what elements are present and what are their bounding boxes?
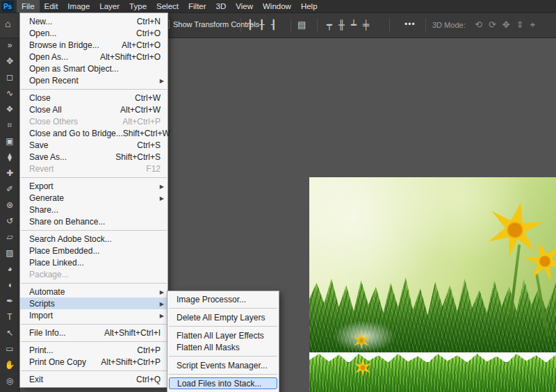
3d-pan-icon[interactable]: ✥ bbox=[502, 18, 510, 32]
menu-item-file-info[interactable]: File Info... Alt+Shift+Ctrl+I bbox=[20, 327, 167, 338]
menu-item-share[interactable]: Share... bbox=[20, 204, 167, 215]
3d-slide-icon[interactable]: ⇕ bbox=[516, 18, 524, 32]
menu-item-save-as[interactable]: Save As... Shift+Ctrl+S bbox=[20, 151, 167, 163]
3d-orbit-icon[interactable]: ⟲ bbox=[475, 18, 482, 32]
3d-zoom-icon[interactable]: ⌖ bbox=[530, 18, 535, 32]
menubar-item-layer[interactable]: Layer bbox=[95, 0, 124, 13]
expand-tools-icon[interactable]: » bbox=[0, 38, 19, 54]
zoom-tool-icon[interactable]: ◎ bbox=[0, 373, 19, 389]
3d-roll-icon[interactable]: ⟳ bbox=[489, 18, 496, 32]
move-tool-icon[interactable]: ✥ bbox=[0, 54, 19, 70]
menu-item-generate[interactable]: Generate ▶ bbox=[20, 192, 167, 204]
rectangle-tool-icon[interactable]: ▭ bbox=[0, 341, 19, 357]
menu-item-close-others[interactable]: Close Others Alt+Ctrl+P bbox=[20, 115, 167, 127]
menubar-item-type[interactable]: Type bbox=[124, 0, 152, 13]
daffodil-document-image[interactable] bbox=[309, 177, 556, 392]
menu-item-search-adobe-stock[interactable]: Search Adobe Stock... bbox=[20, 233, 167, 245]
menu-item-export[interactable]: Export ▶ bbox=[20, 180, 167, 192]
more-options-icon[interactable]: ••• bbox=[404, 19, 416, 29]
menu-item-place-linked[interactable]: Place Linked... bbox=[20, 256, 167, 268]
marquee-tool-icon[interactable]: ◻ bbox=[0, 70, 19, 85]
menu-item-revert[interactable]: Revert F12 bbox=[20, 163, 167, 174]
menu-item-package[interactable]: Package... bbox=[20, 268, 167, 280]
menu-item-print[interactable]: Print... Ctrl+P bbox=[20, 344, 167, 356]
hand-tool-icon[interactable]: ✋ bbox=[0, 357, 19, 373]
align-right-edges-icon[interactable]: ┨ bbox=[271, 18, 277, 32]
blur-tool-icon[interactable]: ◕ bbox=[0, 261, 19, 277]
menu-item-automate[interactable]: Automate ▶ bbox=[20, 286, 167, 297]
dodge-tool-icon[interactable]: ◖ bbox=[0, 277, 19, 293]
menu-item-label: Close All bbox=[29, 105, 62, 115]
eraser-tool-icon[interactable]: ▱ bbox=[0, 229, 19, 245]
align-bottom-edges-icon[interactable]: ┷ bbox=[351, 18, 357, 32]
align-left-edges-icon[interactable]: ┠ bbox=[247, 18, 253, 32]
align-vertical-centers-icon[interactable]: ╫ bbox=[338, 18, 345, 32]
align-horizontal-centers-icon[interactable]: ╂ bbox=[259, 18, 265, 32]
menu-item-share-on-behance[interactable]: Share on Behance... bbox=[20, 215, 167, 227]
distribute-horizontal-icon[interactable]: ╪ bbox=[363, 18, 369, 32]
submenu-item-load-multiple-dicom-files[interactable]: Load Multiple DICOM Files... bbox=[167, 389, 279, 392]
show-transform-controls[interactable]: Show Transform Controls bbox=[161, 20, 259, 28]
menubar-item-help[interactable]: Help bbox=[296, 0, 322, 13]
menu-item-place-embedded[interactable]: Place Embedded... bbox=[20, 245, 167, 256]
menu-item-exit[interactable]: Exit Ctrl+Q bbox=[20, 373, 167, 385]
submenu-item-flatten-all-masks[interactable]: Flatten All Masks bbox=[167, 341, 279, 353]
lasso-tool-icon[interactable]: ∿ bbox=[0, 85, 19, 101]
menu-item-close-and-go-to-bridge[interactable]: Close and Go to Bridge... Shift+Ctrl+W bbox=[20, 127, 167, 139]
clone-stamp-tool-icon[interactable]: ⊛ bbox=[0, 197, 19, 213]
submenu-arrow-icon: ▶ bbox=[160, 77, 164, 83]
menu-item-open-as[interactable]: Open As... Alt+Shift+Ctrl+O bbox=[20, 51, 167, 63]
menubar-item-edit[interactable]: Edit bbox=[40, 0, 63, 13]
menubar-item-view[interactable]: View bbox=[231, 0, 258, 13]
eyedropper-tool-icon[interactable]: ⧫ bbox=[0, 149, 19, 165]
menu-item-scripts[interactable]: Scripts ▶ bbox=[20, 297, 167, 309]
menu-item-label: Exit bbox=[29, 375, 43, 384]
distribute-icons-group: ┯╫┷╪ bbox=[327, 18, 369, 32]
menu-item-browse-in-bridge[interactable]: Browse in Bridge... Alt+Ctrl+O bbox=[20, 39, 167, 51]
menubar-item-label: 3D bbox=[216, 2, 227, 10]
menu-item-print-one-copy[interactable]: Print One Copy Alt+Shift+Ctrl+P bbox=[20, 356, 167, 368]
menu-item-shortcut: Ctrl+P bbox=[137, 345, 161, 355]
menu-item-label: Share... bbox=[29, 205, 58, 215]
menu-item-label: Save As... bbox=[29, 152, 67, 162]
menu-item-import[interactable]: Import ▶ bbox=[20, 309, 167, 321]
align-top-edges-icon[interactable]: ┯ bbox=[327, 18, 332, 32]
menubar-item-3d[interactable]: 3D bbox=[211, 0, 231, 13]
submenu-item-delete-all-empty-layers[interactable]: Delete All Empty Layers bbox=[167, 311, 279, 323]
menu-item-open-as-smart-object[interactable]: Open as Smart Object... bbox=[20, 63, 167, 74]
menu-item-shortcut: Ctrl+O bbox=[136, 28, 161, 38]
menu-item-new[interactable]: New... Ctrl+N bbox=[20, 15, 167, 27]
align-options-icon[interactable]: ▤ bbox=[297, 18, 306, 32]
type-tool-icon[interactable]: T bbox=[0, 309, 19, 325]
history-brush-tool-icon[interactable]: ↺ bbox=[0, 213, 19, 229]
menubar-item-file[interactable]: File bbox=[17, 0, 40, 13]
submenu-item-load-files-into-stack[interactable]: Load Files into Stack... bbox=[169, 377, 277, 389]
menubar-item-select[interactable]: Select bbox=[152, 0, 183, 13]
submenu-item-image-processor[interactable]: Image Processor... bbox=[167, 293, 279, 305]
menu-item-save[interactable]: Save Ctrl+S bbox=[20, 139, 167, 151]
3d-mode-icons-group: ⟲⟳✥⇕⌖ bbox=[475, 18, 535, 32]
path-selection-tool-icon[interactable]: ↖ bbox=[0, 325, 19, 341]
quick-selection-tool-icon[interactable]: ❖ bbox=[0, 101, 19, 117]
submenu-item-script-events-manager[interactable]: Script Events Manager... bbox=[167, 359, 279, 371]
menubar-item-filter[interactable]: Filter bbox=[183, 0, 211, 13]
photoshop-logo-icon[interactable]: Ps bbox=[1, 1, 14, 12]
menu-separator bbox=[21, 177, 167, 178]
submenu-item-flatten-all-layer-effects[interactable]: Flatten All Layer Effects bbox=[167, 329, 279, 341]
menubar-item-image[interactable]: Image bbox=[63, 0, 95, 13]
slice-tool-icon[interactable]: ▣ bbox=[0, 133, 19, 149]
gradient-tool-icon[interactable]: ▨ bbox=[0, 245, 19, 261]
home-icon[interactable]: ⌂ bbox=[5, 18, 10, 29]
menu-item-close-all[interactable]: Close All Alt+Ctrl+W bbox=[20, 104, 167, 115]
submenu-arrow-icon: ▶ bbox=[160, 195, 164, 201]
brush-tool-icon[interactable]: ✐ bbox=[0, 181, 19, 197]
menu-separator bbox=[169, 308, 277, 309]
menubar-item-window[interactable]: Window bbox=[258, 0, 296, 13]
healing-brush-tool-icon[interactable]: ✚ bbox=[0, 165, 19, 181]
menu-item-open[interactable]: Open... Ctrl+O bbox=[20, 27, 167, 39]
crop-tool-icon[interactable]: ⌗ bbox=[0, 117, 19, 133]
menu-item-close[interactable]: Close Ctrl+W bbox=[20, 92, 167, 104]
menu-separator bbox=[169, 374, 277, 375]
menu-item-open-recent[interactable]: Open Recent ▶ bbox=[20, 74, 167, 86]
pen-tool-icon[interactable]: ✒ bbox=[0, 293, 19, 309]
